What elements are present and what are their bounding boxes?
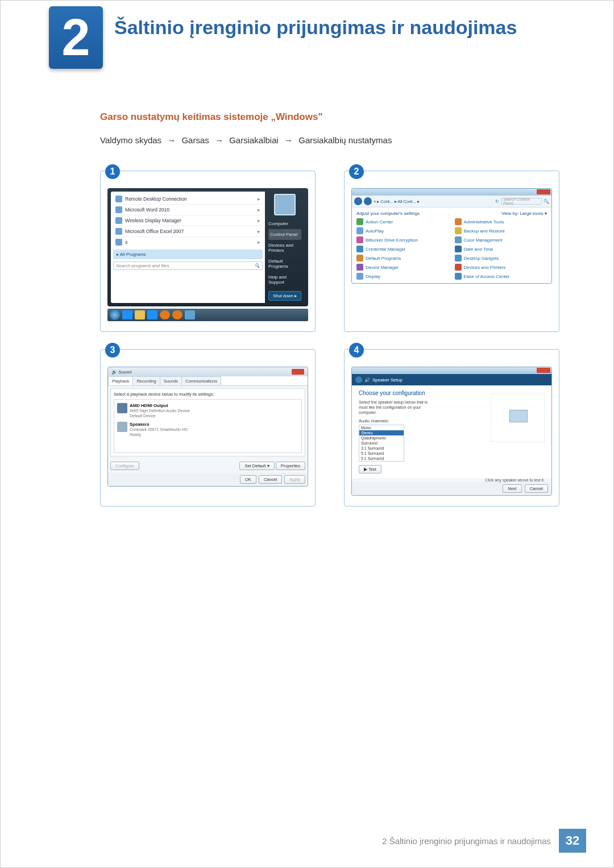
- cp-item-label: Color Management: [464, 238, 503, 243]
- program-label: s: [125, 239, 127, 245]
- program-label: Microsoft Office Excel 2007: [125, 229, 184, 234]
- back-icon[interactable]: [355, 376, 362, 383]
- start-orb-icon[interactable]: [110, 310, 120, 320]
- search-input[interactable]: Search Control Panel: [501, 198, 542, 205]
- app-icon[interactable]: [185, 310, 195, 319]
- arrow-icon: →: [284, 135, 293, 145]
- back-icon[interactable]: [354, 197, 362, 205]
- control-panel-item[interactable]: Device Manager: [356, 264, 449, 271]
- control-panel-item[interactable]: Display: [356, 273, 449, 280]
- control-panel-item[interactable]: Desktop Gadgets: [455, 255, 547, 261]
- app-icon[interactable]: [147, 310, 157, 319]
- tab-sounds[interactable]: Sounds: [160, 376, 182, 385]
- close-icon[interactable]: [537, 189, 550, 194]
- program-item[interactable]: Remote Desktop Connection▸: [113, 194, 263, 205]
- control-panel-item[interactable]: Credential Manager: [356, 246, 449, 252]
- configure-button[interactable]: Configure: [110, 462, 139, 470]
- speaker-diagram[interactable]: [491, 393, 545, 442]
- wizard-header: 🔊 Speaker Setup: [352, 374, 551, 385]
- dialog-title: 🔊 Sound: [111, 369, 131, 375]
- channel-option[interactable]: Stereo: [359, 430, 404, 435]
- audio-channels-listbox[interactable]: MonoStereoQuadraphonicSurround3.1 Surrou…: [359, 425, 404, 462]
- program-label: Microsoft Word 2010: [125, 207, 169, 213]
- dialog-titlebar: 🔊 Sound: [108, 367, 308, 376]
- control-panel-item[interactable]: Administrative Tools: [455, 218, 547, 225]
- device-sub: AMD High Definition Audio Device: [130, 409, 190, 413]
- speaker-setup-dialog: 🔊 Speaker Setup Choose your configuratio…: [351, 367, 552, 496]
- channel-option[interactable]: Surround: [359, 441, 404, 446]
- playback-device-list[interactable]: AMD HDMI Output AMD High Definition Audi…: [114, 399, 302, 453]
- channel-option[interactable]: Quadraphonic: [359, 435, 404, 441]
- wizard-body: Choose your configuration Select the spe…: [352, 385, 551, 478]
- close-icon[interactable]: [537, 368, 550, 373]
- forward-icon[interactable]: [364, 197, 372, 205]
- start-right-link[interactable]: Help and Support: [268, 272, 301, 288]
- set-default-button[interactable]: Set Default ▾: [239, 462, 274, 470]
- sound-dialog: 🔊 Sound PlaybackRecordingSoundsCommunica…: [107, 367, 308, 487]
- address-path[interactable]: « ▸ Cont... ▸ All Cont... ▸: [374, 199, 493, 204]
- tab-recording[interactable]: Recording: [132, 376, 160, 385]
- ok-button[interactable]: OK: [240, 475, 256, 484]
- search-icon: 🔍: [544, 199, 549, 204]
- search-input[interactable]: Search programs and files 🔍: [113, 261, 263, 270]
- cancel-button[interactable]: Cancel: [259, 475, 282, 484]
- program-item[interactable]: Wireless Display Manager▸: [113, 215, 263, 226]
- device-item-hdmi[interactable]: AMD HDMI Output AMD High Definition Audi…: [116, 401, 300, 420]
- step-number: 3: [105, 343, 120, 358]
- control-panel-item[interactable]: Ease of Access Center: [455, 273, 547, 280]
- user-avatar[interactable]: [274, 194, 296, 215]
- view-by-dropdown[interactable]: View by: Large icons ▾: [501, 211, 547, 216]
- refresh-icon[interactable]: ↻: [495, 199, 499, 204]
- program-item[interactable]: Microsoft Office Excel 2007▸: [113, 226, 263, 237]
- shutdown-button[interactable]: Shut down ▸: [268, 291, 301, 301]
- channel-option[interactable]: 3.1 Surround: [359, 446, 404, 451]
- channel-option[interactable]: 5.1 Surround: [359, 456, 404, 461]
- cp-item-label: Default Programs: [366, 256, 401, 261]
- device-sub: Conexant 20671 SmartAudio HD: [130, 427, 188, 431]
- start-right-link[interactable]: Computer: [268, 218, 301, 229]
- device-name: AMD HDMI Output: [130, 403, 190, 408]
- ie-icon[interactable]: [122, 310, 132, 319]
- apply-button[interactable]: Apply: [284, 475, 305, 484]
- footer-text: 2 Šaltinio įrenginio prijungimas ir naud…: [382, 836, 559, 846]
- test-button[interactable]: Test: [359, 465, 381, 474]
- hdmi-device-icon: [117, 403, 127, 413]
- program-icon: [115, 217, 122, 224]
- control-panel-item[interactable]: Default Programs: [356, 255, 449, 261]
- tab-playback[interactable]: Playback: [108, 376, 133, 385]
- chevron-right-icon: ▸: [258, 218, 260, 223]
- tab-communications[interactable]: Communications: [181, 376, 221, 385]
- control-panel-item[interactable]: Bitlocker Drive Encryption: [356, 236, 449, 243]
- window-titlebar: [352, 189, 551, 196]
- speakers-device-icon: [117, 422, 127, 432]
- start-right-link[interactable]: Devices and Printers: [268, 240, 301, 256]
- program-item[interactable]: s▸: [113, 237, 263, 247]
- properties-button[interactable]: Properties: [276, 462, 305, 470]
- close-icon[interactable]: [292, 369, 304, 375]
- explorer-icon[interactable]: [135, 310, 145, 319]
- path-segment: Valdymo skydas: [100, 135, 161, 145]
- media-icon[interactable]: [160, 310, 170, 319]
- start-right-link[interactable]: Default Programs: [268, 256, 301, 272]
- control-panel-item[interactable]: Color Management: [455, 236, 547, 243]
- program-item[interactable]: Microsoft Word 2010▸: [113, 205, 263, 215]
- cancel-button[interactable]: Cancel: [525, 484, 548, 493]
- all-programs-link[interactable]: ▸ All Programs: [113, 250, 263, 259]
- control-panel-item[interactable]: Devices and Printers: [455, 264, 547, 271]
- control-panel-item[interactable]: Backup and Restore: [455, 227, 547, 234]
- taskbar: [107, 309, 308, 321]
- cp-item-icon: [356, 218, 363, 225]
- channel-option[interactable]: Mono: [359, 425, 404, 430]
- control-panel-item[interactable]: AutoPlay: [356, 227, 449, 234]
- channel-option[interactable]: 5.1 Surround: [359, 451, 404, 456]
- device-item-speakers[interactable]: Speakers Conexant 20671 SmartAudio HD Re…: [116, 420, 300, 439]
- control-panel-item[interactable]: Action Center: [356, 218, 449, 225]
- start-menu: Remote Desktop Connection▸Microsoft Word…: [107, 188, 308, 306]
- app-icon[interactable]: [172, 310, 182, 319]
- search-icon: 🔍: [254, 263, 260, 268]
- cp-item-icon: [356, 236, 363, 243]
- cp-item-icon: [455, 255, 462, 261]
- start-right-link[interactable]: Control Panel: [268, 229, 301, 240]
- control-panel-item[interactable]: Date and Time: [455, 246, 547, 252]
- next-button[interactable]: Next: [503, 484, 521, 493]
